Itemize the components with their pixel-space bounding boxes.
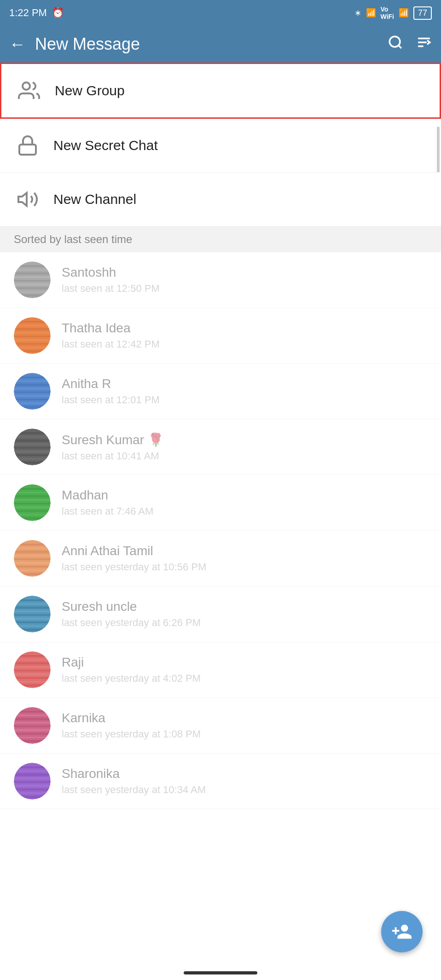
contact-name: Anni Athai Tamil [62,544,427,558]
avatar [14,317,51,354]
avatar [14,540,51,577]
sort-button[interactable] [416,35,432,54]
contact-name: Raji [62,655,427,670]
contact-name: Santoshh [62,265,427,280]
new-channel-item[interactable]: New Channel [0,173,441,226]
contact-info: Anni Athai Tamil last seen yesterday at … [62,544,427,573]
battery-indicator: 77 [413,6,432,20]
new-group-label: New Group [55,83,125,99]
contact-info: Karnika last seen yesterday at 1:08 PM [62,711,427,740]
vowifi-icon: VoWiFi [381,6,394,20]
contact-status: last seen yesterday at 10:56 PM [62,561,427,573]
avatar [14,763,51,800]
status-time: 1:22 PM ⏰ [9,7,64,19]
wifi-icon: 📶 [399,8,409,18]
new-group-icon [15,77,43,104]
contact-info: Thatha Idea last seen at 12:42 PM [62,321,427,350]
svg-point-0 [389,36,400,47]
status-icons: ∗ 📶 VoWiFi 📶 77 [354,6,432,20]
contact-name: Thatha Idea [62,321,427,336]
header-icons [388,35,432,54]
contact-info: Raji last seen yesterday at 4:02 PM [62,655,427,684]
alarm-icon: ⏰ [52,7,64,19]
avatar [14,596,51,632]
status-bar: 1:22 PM ⏰ ∗ 📶 VoWiFi 📶 77 [0,0,441,26]
new-secret-chat-item[interactable]: New Secret Chat [0,119,441,173]
contact-item[interactable]: Raji last seen yesterday at 4:02 PM [0,642,441,698]
svg-point-5 [23,82,30,90]
svg-rect-6 [19,145,36,155]
svg-marker-7 [18,193,27,206]
contact-name: Karnika [62,711,427,725]
contact-item[interactable]: Sharonika last seen yesterday at 10:34 A… [0,754,441,809]
contact-info: Suresh uncle last seen yesterday at 6:26… [62,599,427,629]
contact-list: Santoshh last seen at 12:50 PM Thatha Id… [0,252,441,809]
avatar [14,707,51,744]
contact-name: Suresh Kumar 🌹 [62,432,427,447]
back-button[interactable]: ← [9,35,26,54]
search-button[interactable] [388,35,403,54]
contact-item[interactable]: Suresh uncle last seen yesterday at 6:26… [0,586,441,642]
contact-status: last seen yesterday at 10:34 AM [62,784,427,796]
menu-section: New Group New Secret Chat New Channel [0,63,441,226]
contact-item[interactable]: Karnika last seen yesterday at 1:08 PM [0,698,441,754]
contact-status: last seen at 12:01 PM [62,394,427,406]
contact-item[interactable]: Suresh Kumar 🌹 last seen at 10:41 AM [0,419,441,475]
contact-status: last seen at 12:50 PM [62,283,427,295]
new-secret-chat-icon [14,132,41,159]
new-channel-icon [14,186,41,213]
contact-item[interactable]: Santoshh last seen at 12:50 PM [0,252,441,308]
page-title: New Message [35,35,388,54]
new-group-item[interactable]: New Group [0,63,441,119]
new-channel-label: New Channel [53,191,136,207]
contact-status: last seen yesterday at 1:08 PM [62,728,427,740]
sorted-header: Sorted by last seen time [0,226,441,252]
contact-info: Madhan last seen at 7:46 AM [62,488,427,517]
avatar [14,484,51,521]
header: ← New Message [0,26,441,63]
contact-info: Suresh Kumar 🌹 last seen at 10:41 AM [62,432,427,462]
avatar [14,261,51,298]
time-display: 1:22 PM [9,7,47,19]
contact-item[interactable]: Anitha R last seen at 12:01 PM [0,364,441,419]
add-contact-fab[interactable] [381,911,423,952]
contact-status: last seen yesterday at 6:26 PM [62,617,427,629]
new-secret-chat-label: New Secret Chat [53,138,158,153]
contact-name: Madhan [62,488,427,503]
contact-item[interactable]: Anni Athai Tamil last seen yesterday at … [0,531,441,586]
contact-status: last seen yesterday at 4:02 PM [62,673,427,684]
contact-item[interactable]: Thatha Idea last seen at 12:42 PM [0,308,441,364]
contact-item[interactable]: Madhan last seen at 7:46 AM [0,475,441,531]
contact-name: Sharonika [62,766,427,781]
contact-status: last seen at 7:46 AM [62,505,427,517]
signal-icon: 📶 [366,8,376,18]
home-indicator [184,971,257,974]
contact-info: Santoshh last seen at 12:50 PM [62,265,427,295]
avatar [14,429,51,465]
contact-status: last seen at 10:41 AM [62,450,427,462]
avatar [14,373,51,410]
contact-status: last seen at 12:42 PM [62,338,427,350]
avatar [14,651,51,688]
bluetooth-icon: ∗ [354,8,361,18]
contact-name: Suresh uncle [62,599,427,614]
contact-info: Anitha R last seen at 12:01 PM [62,377,427,406]
svg-line-1 [399,46,401,48]
contact-name: Anitha R [62,377,427,391]
contact-info: Sharonika last seen yesterday at 10:34 A… [62,766,427,796]
battery-text: 77 [418,8,427,17]
